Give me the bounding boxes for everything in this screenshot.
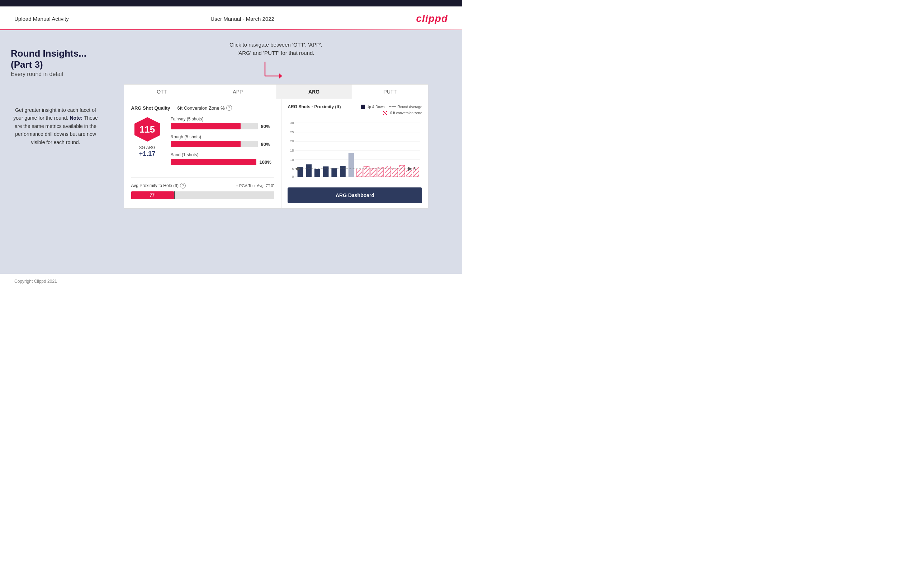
nav-hint: Click to navigate between 'OTT', 'APP','… <box>229 41 322 57</box>
proximity-cursor <box>174 191 174 199</box>
hex-container: 115 SG ARG +1.17 <box>131 116 163 170</box>
chart-header-row: ARG Shots - Proximity (ft) Up & Down Rou… <box>288 104 422 115</box>
upload-label: Upload Manual Activity <box>15 16 69 22</box>
svg-text:10: 10 <box>290 158 294 162</box>
info-icon[interactable]: ? <box>226 105 232 111</box>
bar-fill-sand <box>171 159 257 165</box>
svg-rect-18 <box>315 169 320 177</box>
card-body: ARG Shot Quality 6ft Conversion Zone % ? <box>124 99 428 208</box>
main-content: Round Insights... (Part 3) Every round i… <box>0 30 462 274</box>
top-bar <box>0 0 462 6</box>
tab-putt[interactable]: PUTT <box>352 85 428 99</box>
title-section: Round Insights... (Part 3) Every round i… <box>11 48 100 77</box>
insights-card: OTT APP ARG PUTT ARG Shot Quality 6ft Co… <box>124 84 428 209</box>
svg-rect-24 <box>357 169 362 177</box>
copyright: Copyright Clippd 2021 <box>15 279 57 284</box>
svg-rect-27 <box>378 167 384 177</box>
svg-text:15: 15 <box>290 148 294 152</box>
legend-updown: Up & Down <box>361 105 385 109</box>
page-subtitle: Every round in detail <box>11 71 100 77</box>
legend-conversion-zone: 6 ft conversion zone <box>383 111 422 115</box>
svg-text:5: 5 <box>292 167 294 171</box>
tab-arg[interactable]: ARG <box>276 85 352 99</box>
svg-text:25: 25 <box>290 130 294 134</box>
hex-score-row: 115 SG ARG +1.17 Fairway (5 shots) <box>131 116 275 170</box>
nav-hint-area: Click to navigate between 'OTT', 'APP','… <box>229 41 322 83</box>
svg-rect-17 <box>306 164 312 177</box>
bars-container: Fairway (5 shots) 80% <box>171 116 275 170</box>
svg-text:0: 0 <box>292 174 294 179</box>
bar-row-rough: Rough (5 shots) 80% <box>171 134 275 147</box>
svg-rect-28 <box>385 166 391 177</box>
shot-quality-label: ARG Shot Quality <box>131 105 170 111</box>
proximity-label: Avg Proximity to Hole (ft) ? <box>131 183 186 189</box>
bar-pct-rough: 80% <box>261 142 274 147</box>
legend-box-updown <box>361 105 365 109</box>
svg-rect-21 <box>340 166 346 177</box>
logo-area: clippd <box>416 13 448 24</box>
chart-area: 30 25 20 15 10 5 0 <box>288 117 422 182</box>
bar-row-fairway: Fairway (5 shots) 80% <box>171 116 275 129</box>
bar-fill-rough <box>171 141 241 147</box>
proximity-info-icon[interactable]: ? <box>180 183 186 189</box>
chart-title: ARG Shots - Proximity (ft) <box>288 104 341 109</box>
header: Upload Manual Activity User Manual - Mar… <box>0 6 462 29</box>
proximity-header: Avg Proximity to Hole (ft) ? ↑ PGA Tour … <box>131 183 275 189</box>
svg-rect-22 <box>349 153 354 177</box>
description-text: Get greater insight into each facet of y… <box>11 106 100 146</box>
left-description-area: Round Insights... (Part 3) Every round i… <box>11 41 100 146</box>
proximity-bar-fill: 77' <box>131 191 174 199</box>
right-panel: ARG Shots - Proximity (ft) Up & Down Rou… <box>282 99 428 208</box>
tab-app[interactable]: APP <box>200 85 276 99</box>
doc-title: User Manual - March 2022 <box>210 16 274 22</box>
bar-pct-fairway: 80% <box>261 124 274 129</box>
hexagon-score: 115 <box>133 116 162 142</box>
hex-number: 115 <box>139 124 155 135</box>
svg-text:30: 30 <box>290 121 294 125</box>
panel-header: ARG Shot Quality 6ft Conversion Zone % ? <box>131 105 275 111</box>
svg-rect-26 <box>371 168 376 177</box>
bar-row-sand: Sand (1 shots) 100% <box>171 152 275 165</box>
arg-dashboard-button[interactable]: ARG Dashboard <box>288 187 422 203</box>
tab-ott[interactable]: OTT <box>124 85 200 99</box>
legend-dashed-icon <box>389 106 396 107</box>
svg-rect-25 <box>364 166 370 177</box>
description-note: Note: <box>69 115 82 121</box>
chart-legend: Up & Down Round Average <box>361 105 422 109</box>
legend-round-avg: Round Average <box>389 105 422 109</box>
navigation-arrow <box>262 60 290 81</box>
clippd-logo: clippd <box>416 13 448 24</box>
svg-text:20: 20 <box>290 139 294 143</box>
proximity-section: Avg Proximity to Hole (ft) ? ↑ PGA Tour … <box>131 177 275 199</box>
footer: Copyright Clippd 2021 <box>0 274 462 289</box>
arg-chart-svg: 30 25 20 15 10 5 0 <box>288 117 422 182</box>
conversion-zone-label: 6ft Conversion Zone % ? <box>178 105 232 111</box>
svg-rect-30 <box>399 165 405 177</box>
svg-rect-19 <box>323 166 329 177</box>
sg-value: +1.17 <box>139 150 156 158</box>
bar-fill-fairway <box>171 123 241 129</box>
bar-pct-sand: 100% <box>259 160 274 165</box>
sg-label: SG ARG <box>139 145 155 150</box>
svg-text:8: 8 <box>414 167 416 171</box>
right-content: Click to navigate between 'OTT', 'APP','… <box>100 41 451 209</box>
proximity-value: 77' <box>150 193 155 198</box>
svg-rect-20 <box>332 168 338 177</box>
left-panel: ARG Shot Quality 6ft Conversion Zone % ? <box>124 99 282 208</box>
tabs-row: OTT APP ARG PUTT <box>124 85 428 99</box>
page-title: Round Insights... (Part 3) <box>11 48 100 70</box>
legend-hatched-icon <box>383 111 387 115</box>
proximity-bar-track: 77' <box>131 191 275 199</box>
svg-marker-0 <box>279 74 282 79</box>
pga-avg: ↑ PGA Tour Avg: 7'10" <box>236 184 274 188</box>
